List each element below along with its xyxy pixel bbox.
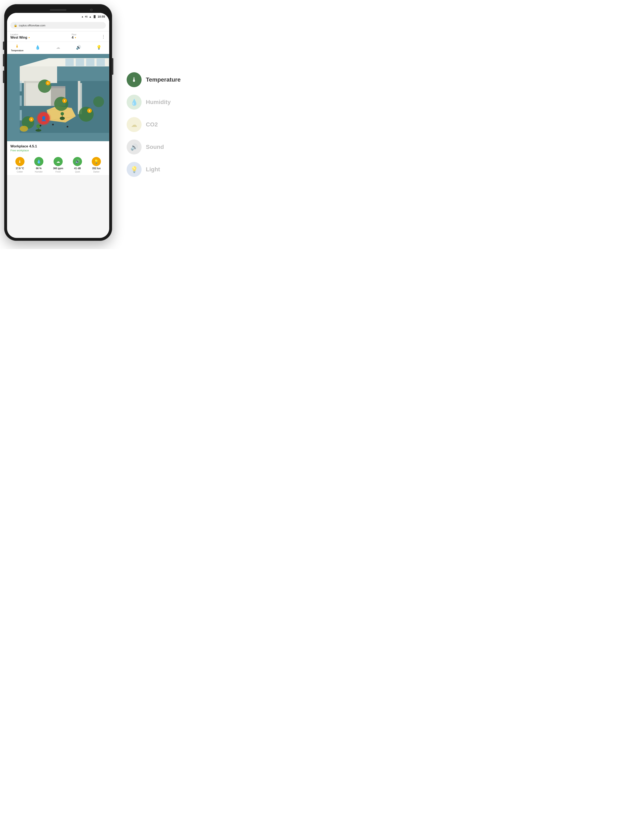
location-bar: Location West Wing ▼ Floor 4 ▼ ⋮ xyxy=(7,31,109,42)
svg-point-46 xyxy=(40,125,41,126)
location-value: West Wing ▼ xyxy=(11,36,30,40)
legend-sound-icon: 🔊 xyxy=(127,140,141,155)
reading-light: 💡 352 lux Darker xyxy=(92,157,101,173)
svg-rect-5 xyxy=(76,58,84,66)
front-camera xyxy=(90,9,93,11)
temperature-tab-icon: 🌡 xyxy=(15,44,19,49)
location-dropdown-icon: ▼ xyxy=(28,37,30,39)
co2-tab-icon: ☁ xyxy=(56,45,60,50)
svg-point-47 xyxy=(20,126,28,132)
svg-point-40 xyxy=(61,112,64,115)
legend-temperature-icon: 🌡 xyxy=(127,72,141,87)
sound-value: 41 dB xyxy=(74,167,81,170)
svg-rect-16 xyxy=(78,81,80,114)
legend-humidity-label: Humidity xyxy=(146,99,170,106)
url-text: cuplus.officevitae.com xyxy=(19,24,46,27)
svg-point-31 xyxy=(93,96,104,107)
sound-tab-icon: 🔊 xyxy=(76,45,81,50)
floor-plan-svg: 🌡 🌡 🌡 🌡 xyxy=(7,54,109,141)
svg-point-28 xyxy=(79,107,94,122)
wifi-icon: ▲ xyxy=(81,15,84,18)
tab-co2[interactable]: ☁ xyxy=(48,45,68,51)
reading-co2: ☁ 360 ppm Fresh xyxy=(53,157,63,173)
url-bar[interactable]: 🔒 cuplus.officevitae.com xyxy=(11,22,106,29)
workplace-status: Free workplace xyxy=(11,149,106,152)
location-selector[interactable]: Location West Wing ▼ xyxy=(11,34,30,40)
svg-point-25 xyxy=(54,97,68,111)
more-options-button[interactable]: ⋮ xyxy=(101,34,106,39)
legend-light[interactable]: 💡 Light xyxy=(127,162,181,177)
volume-mute-button xyxy=(3,41,4,50)
light-reading-icon: 💡 xyxy=(92,157,101,166)
svg-rect-10 xyxy=(20,110,22,120)
svg-point-38 xyxy=(60,117,65,120)
temperature-desc: Colder xyxy=(17,170,23,173)
phone-screen: ▲ 4G ▲ ▐▌ 10:55 🔒 cuplus.officevitae.com… xyxy=(7,13,109,238)
humidity-desc: Humider xyxy=(35,170,43,173)
svg-rect-8 xyxy=(20,81,22,91)
svg-rect-6 xyxy=(86,58,94,66)
svg-text:🌡: 🌡 xyxy=(30,118,32,121)
svg-point-41 xyxy=(35,129,41,132)
legend-light-label: Light xyxy=(146,166,160,173)
light-desc: Darker xyxy=(93,170,100,173)
tab-light[interactable]: 💡 xyxy=(89,45,109,51)
legend-light-icon: 💡 xyxy=(127,162,141,177)
phone-container: ▲ 4G ▲ ▐▌ 10:55 🔒 cuplus.officevitae.com… xyxy=(4,4,112,241)
sound-desc: Quiet xyxy=(75,170,80,173)
svg-rect-13 xyxy=(24,81,26,106)
humidity-tab-icon: 💧 xyxy=(35,45,40,50)
clock: 10:55 xyxy=(98,15,105,18)
legend-sound[interactable]: 🔊 Sound xyxy=(127,140,181,155)
workplace-info-panel: Workplace 4.5.1 Free workplace 🌡 17.9 °C… xyxy=(7,141,109,175)
power-button xyxy=(112,58,114,75)
svg-point-43 xyxy=(36,124,40,128)
legend-co2[interactable]: ☁ CO2 xyxy=(127,117,181,132)
reading-temperature: 🌡 17.9 °C Colder xyxy=(15,157,25,173)
legend-co2-icon: ☁ xyxy=(127,117,141,132)
reading-humidity: 💧 66 % Humider xyxy=(34,157,43,173)
svg-text:🌡: 🌡 xyxy=(63,100,66,102)
legend-humidity[interactable]: 💧 Humidity xyxy=(127,95,181,110)
light-tab-icon: 💡 xyxy=(96,45,101,50)
svg-rect-2 xyxy=(20,66,57,83)
reading-sound: 🔊 41 dB Quiet xyxy=(73,157,82,173)
legend-co2-label: CO2 xyxy=(146,121,158,128)
volume-up-button xyxy=(3,54,4,66)
svg-text:👤: 👤 xyxy=(41,116,47,121)
tab-sound[interactable]: 🔊 xyxy=(68,45,89,51)
floor-value: 4 ▼ xyxy=(72,36,77,40)
browser-header: 🔒 cuplus.officevitae.com xyxy=(7,20,109,31)
floor-dropdown-icon: ▼ xyxy=(74,37,77,39)
svg-point-44 xyxy=(52,124,54,125)
humidity-reading-icon: 💧 xyxy=(34,157,43,166)
co2-desc: Fresh xyxy=(55,170,61,173)
svg-text:🌡: 🌡 xyxy=(89,110,91,112)
sensor-legend: 🌡 Temperature 💧 Humidity ☁ CO2 🔊 Sound 💡… xyxy=(127,72,181,177)
volume-down-button xyxy=(3,71,4,83)
tab-temperature[interactable]: 🌡 Temperature xyxy=(7,44,28,52)
tab-humidity[interactable]: 💧 xyxy=(28,45,48,51)
legend-humidity-icon: 💧 xyxy=(127,95,141,110)
location-label: Location xyxy=(11,34,30,36)
phone-body: ▲ 4G ▲ ▐▌ 10:55 🔒 cuplus.officevitae.com… xyxy=(4,4,112,241)
svg-point-45 xyxy=(67,126,68,127)
floor-selector[interactable]: Floor 4 ▼ xyxy=(72,34,77,40)
temperature-tab-label: Temperature xyxy=(11,49,23,52)
legend-temperature[interactable]: 🌡 Temperature xyxy=(127,72,181,87)
sensor-tab-bar: 🌡 Temperature 💧 ☁ 🔊 💡 xyxy=(7,42,109,54)
status-bar: ▲ 4G ▲ ▐▌ 10:55 xyxy=(7,13,109,20)
speaker-grill xyxy=(50,9,66,11)
light-value: 352 lux xyxy=(92,167,101,170)
floor-label: Floor xyxy=(72,34,77,36)
security-lock-icon: 🔒 xyxy=(14,24,17,27)
network-type: 4G xyxy=(85,15,87,18)
floor-plan-view[interactable]: 🌡 🌡 🌡 🌡 xyxy=(7,54,109,141)
signal-bars-icon: ▲ xyxy=(89,15,92,18)
co2-value: 360 ppm xyxy=(53,167,63,170)
legend-temperature-label: Temperature xyxy=(146,77,181,83)
legend-sound-label: Sound xyxy=(146,144,164,150)
svg-text:🌡: 🌡 xyxy=(47,82,49,84)
battery-icon: ▐▌ xyxy=(93,15,96,18)
phone-top xyxy=(7,7,109,13)
